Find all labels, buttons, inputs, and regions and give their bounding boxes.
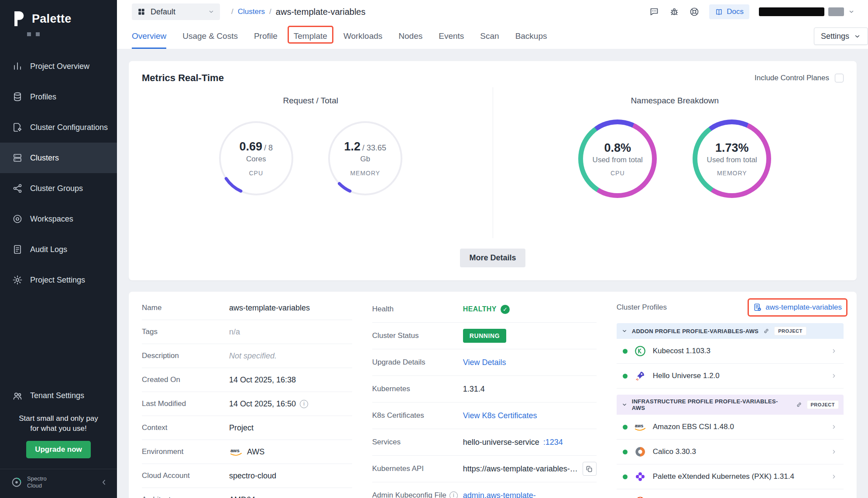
memory-gauge: 1.2/ 33.65 Gb MEMORY: [326, 119, 404, 197]
cpu-gauge: 0.69/ 8 Cores CPU: [217, 119, 295, 197]
tab-scan[interactable]: Scan: [480, 24, 499, 49]
chevron-right-icon: [830, 448, 837, 455]
app-window: Palette Project Overview Profiles Clus: [0, 0, 868, 498]
pack-item-kubecost[interactable]: Kubecost 1.103.3: [617, 339, 844, 364]
rocket-icon: [634, 369, 647, 382]
pack-item-calico[interactable]: Calico 3.30.3: [617, 440, 844, 464]
tab-nodes[interactable]: Nodes: [398, 24, 422, 49]
tab-template[interactable]: Template: [294, 24, 327, 49]
spectro-cloud-name: Spectro Cloud: [27, 475, 47, 490]
link-icon: [763, 327, 770, 334]
copy-button[interactable]: [583, 462, 597, 476]
include-control-planes-label: Include Control Planes: [755, 74, 829, 82]
sidebar-item-tenant-settings[interactable]: Tenant Settings: [0, 381, 117, 411]
chevron-right-icon: [830, 348, 837, 355]
sidebar-item-project-settings[interactable]: Project Settings: [0, 265, 117, 295]
sidebar-item-label: Audit Logs: [30, 245, 67, 254]
sidebar-item-cluster-configurations[interactable]: Cluster Configurations: [0, 112, 117, 143]
detail-row-admin-kubeconfig: Admin Kubeconfig File i admin.aws-templa…: [372, 482, 597, 498]
sidebar-item-workspaces[interactable]: Workspaces: [0, 204, 117, 234]
bug-icon[interactable]: [669, 7, 679, 17]
project-selector[interactable]: Default: [132, 3, 220, 20]
chevron-down-icon: [621, 328, 628, 334]
detail-row-last-modified: Last Modified 14 Oct 2025, 16:50 i: [142, 392, 352, 416]
view-details-link[interactable]: View Details: [463, 358, 506, 367]
tab-label: Backups: [515, 31, 547, 41]
logo-dots: [0, 29, 117, 36]
detail-row-architecture: Architecture AMD64: [142, 488, 352, 498]
breadcrumb-clusters-link[interactable]: Clusters: [238, 7, 265, 16]
infrastructure-profile-header[interactable]: INFRASTRUCTURE PROFILE PROFILE-VARIABLES…: [617, 395, 844, 415]
grid-icon: [137, 7, 146, 16]
breadcrumb: / Clusters / aws-template-variables: [231, 7, 365, 17]
addon-profile-header[interactable]: ADDON PROFILE PROFILE-VARIABLES-AWS PROJ…: [617, 323, 844, 339]
upgrade-now-button[interactable]: Upgrade now: [26, 441, 91, 458]
more-details-button[interactable]: More Details: [460, 249, 525, 267]
info-icon[interactable]: i: [300, 400, 308, 408]
topbar-actions: Docs: [649, 4, 855, 19]
status-dot: [623, 425, 628, 430]
metrics-title: Metrics Real-Time: [142, 72, 224, 84]
tab-label: Events: [439, 31, 464, 41]
target-icon: [12, 214, 23, 224]
sidebar-item-project-overview[interactable]: Project Overview: [0, 51, 117, 82]
service-port-link[interactable]: :1234: [543, 438, 563, 447]
include-control-planes-checkbox[interactable]: [835, 74, 844, 82]
link-icon: [796, 401, 803, 408]
settings-button[interactable]: Settings: [814, 27, 868, 45]
tab-workloads[interactable]: Workloads: [343, 24, 382, 49]
namespace-breakdown-section: Namespace Breakdown 0.8% Used from total…: [493, 87, 857, 238]
detail-row-name: Name aws-template-variables: [142, 296, 352, 320]
namespace-memory-donut: 1.73% Used from total MEMORY: [693, 119, 771, 198]
memory-unit: Gb: [360, 155, 370, 164]
info-icon[interactable]: i: [449, 491, 458, 498]
project-selector-value: Default: [151, 7, 175, 17]
admin-kubeconfig-link[interactable]: admin.aws-template-: [463, 491, 536, 498]
sidebar-collapse-button[interactable]: [99, 478, 108, 487]
request-total-title: Request / Total: [283, 96, 338, 106]
status-dot: [623, 374, 628, 379]
svg-text:aws: aws: [230, 448, 240, 453]
memory-used-value: 1.2: [344, 140, 360, 153]
help-icon[interactable]: [689, 7, 700, 17]
cluster-details-card: Name aws-template-variables Tags n/a Des…: [129, 292, 857, 498]
tab-label: Scan: [480, 31, 499, 41]
user-menu[interactable]: [759, 7, 855, 16]
docs-button[interactable]: Docs: [709, 4, 749, 19]
cluster-profile-link[interactable]: aws-template-variables: [753, 303, 842, 312]
sidebar-item-audit-logs[interactable]: Audit Logs: [0, 234, 117, 265]
tab-backups[interactable]: Backups: [515, 24, 547, 49]
chevron-right-icon: [830, 423, 837, 430]
pack-item-ubuntu[interactable]: Ubuntu (AWS) 22.04: [617, 489, 844, 498]
tab-label: Usage & Costs: [182, 31, 238, 41]
namespace-memory-caption: Used from total: [707, 156, 757, 164]
details-left-column: Name aws-template-variables Tags n/a Des…: [142, 296, 352, 498]
cpu-used-value: 0.69: [239, 140, 262, 153]
project-badge: PROJECT: [807, 400, 839, 409]
tab-overview[interactable]: Overview: [132, 24, 166, 49]
sidebar-item-label: Profiles: [30, 92, 56, 102]
cluster-profiles-column: Cluster Profiles aws-template-variables: [617, 296, 844, 498]
tab-events[interactable]: Events: [439, 24, 464, 49]
view-k8s-certificates-link[interactable]: View K8s Certificates: [463, 411, 537, 420]
tab-usage-costs[interactable]: Usage & Costs: [182, 24, 238, 49]
topbar: Default / Clusters / aws-template-variab…: [117, 0, 868, 24]
sidebar-item-clusters[interactable]: Clusters: [0, 143, 117, 173]
sidebar-item-cluster-groups[interactable]: Cluster Groups: [0, 173, 117, 204]
request-total-section: Request / Total 0.69/ 8 Cores: [129, 87, 493, 238]
namespace-memory-label: MEMORY: [717, 170, 747, 177]
chat-icon[interactable]: [649, 7, 659, 17]
sidebar-item-profiles[interactable]: Profiles: [0, 82, 117, 112]
detail-row-tags: Tags n/a: [142, 320, 352, 344]
breadcrumb-separator: /: [231, 7, 233, 16]
brand-name: Palette: [32, 12, 72, 26]
chevron-right-icon: [830, 473, 837, 480]
detail-row-cloud-account: Cloud Account spectro-cloud: [142, 464, 352, 488]
detail-row-k8s-certificates: K8s Certificates View K8s Certificates: [372, 402, 597, 429]
tab-profile[interactable]: Profile: [254, 24, 278, 49]
pack-item-amazon-ebs-csi[interactable]: aws Amazon EBS CSI 1.48.0: [617, 415, 844, 440]
infrastructure-profile-section: INFRASTRUCTURE PROFILE PROFILE-VARIABLES…: [617, 395, 844, 498]
details-middle-column: Health HEALTHY ✓ Cluster Status RUNNING …: [372, 296, 597, 498]
pack-item-pxk[interactable]: Palette eXtended Kubernetes (PXK) 1.31.4: [617, 464, 844, 489]
pack-item-hello-universe[interactable]: Hello Universe 1.2.0: [617, 364, 844, 389]
